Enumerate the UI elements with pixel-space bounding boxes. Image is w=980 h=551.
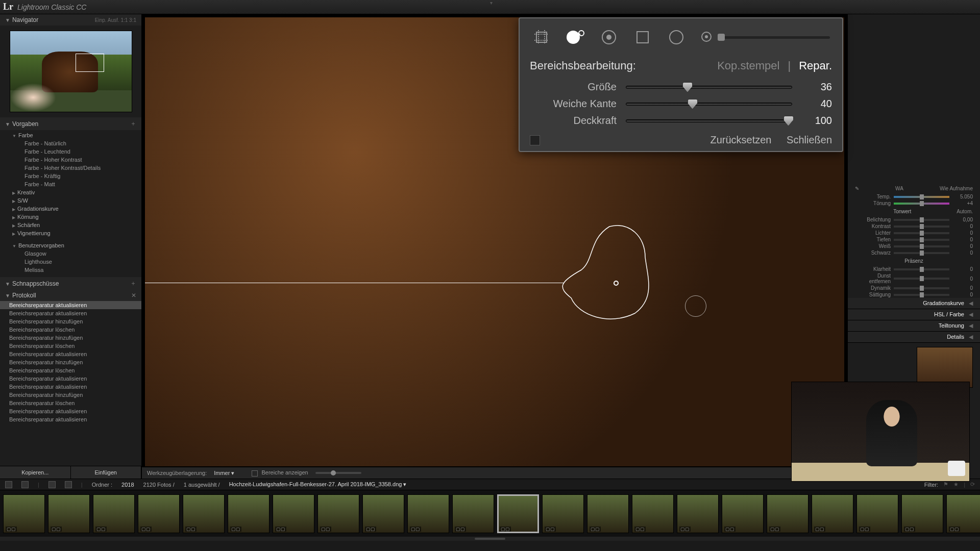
history-item[interactable]: Bereichsreparatur aktualisieren [0, 407, 141, 415]
history-item[interactable]: Bereichsreparatur löschen [0, 366, 141, 374]
filter-flag-icon[interactable]: ⚑ [943, 481, 948, 488]
history-item[interactable]: Bereichsreparatur hinzufügen [0, 334, 141, 342]
basic-slider[interactable] [894, 196, 949, 198]
filmstrip-thumb[interactable]: ▢▢ [3, 494, 45, 533]
filmstrip-thumb[interactable]: ▢▢ [856, 494, 898, 533]
filmstrip-thumb[interactable]: ▢▢ [542, 494, 584, 533]
preset-group[interactable]: ▶Vignettierung [12, 229, 141, 237]
filmstrip-thumb[interactable]: ▢▢ [317, 494, 359, 533]
right-section-header[interactable]: Details ◀ [848, 332, 980, 343]
basic-value[interactable]: 5.050 [952, 194, 973, 199]
filmstrip-thumb[interactable]: ▢▢ [677, 494, 719, 533]
slider-track[interactable] [626, 103, 792, 106]
history-item[interactable]: Bereichsreparatur aktualisieren [0, 301, 141, 309]
filmstrip[interactable]: ▢▢▢▢▢▢▢▢▢▢▢▢▢▢▢▢▢▢▢▢▢▢▢▢▢▢▢▢▢▢▢▢▢▢▢▢▢▢▢▢… [0, 490, 980, 537]
slider-value[interactable]: 100 [801, 115, 832, 127]
basic-value[interactable]: +4 [952, 201, 973, 206]
preset-item[interactable]: Lighthouse [12, 258, 141, 266]
spot-outline[interactable] [553, 221, 686, 334]
basic-value[interactable]: 0 [952, 292, 973, 297]
basic-slider[interactable] [894, 219, 949, 221]
navigator-frame[interactable] [76, 54, 104, 72]
basic-value[interactable]: 0 [952, 276, 973, 282]
grid-view-icon[interactable] [5, 481, 12, 488]
filmstrip-thumb[interactable]: ▢▢ [587, 494, 629, 533]
filter-lock-icon[interactable]: ⟳ [970, 481, 975, 488]
filmstrip-thumb[interactable]: ▢▢ [767, 494, 808, 533]
history-item[interactable]: Bereichsreparatur aktualisieren [0, 374, 141, 383]
folder-name[interactable]: 2018 [121, 482, 134, 488]
secondary-display-icon[interactable] [48, 481, 56, 488]
slider-value[interactable]: 40 [801, 98, 832, 110]
loupe-view-icon[interactable] [21, 481, 29, 488]
graduated-filter-tool-icon[interactable] [633, 28, 652, 47]
add-preset-icon[interactable]: ＋ [130, 119, 136, 128]
filmstrip-thumb[interactable]: ▢▢ [407, 494, 449, 533]
basic-value[interactable]: 0,00 [952, 217, 973, 222]
auto-button[interactable]: Autom. [957, 209, 973, 214]
filmstrip-thumb[interactable]: ▢▢ [452, 494, 494, 533]
preset-item[interactable]: Farbe - Hoher Kontrast [12, 156, 141, 164]
basic-slider[interactable] [894, 287, 949, 289]
radial-filter-tool-icon[interactable] [667, 28, 686, 47]
reset-button[interactable]: Zurücksetzen [710, 134, 771, 145]
snapshots-header[interactable]: ▼Schnappschüsse ＋ [0, 277, 141, 290]
preset-item[interactable]: Farbe - Kräftig [12, 172, 141, 180]
filmstrip-thumb[interactable]: ▢▢ [48, 494, 90, 533]
preset-group[interactable]: ▶Kreativ [12, 188, 141, 196]
right-section-header[interactable]: Gradationskurve ◀ [848, 298, 980, 309]
preset-item[interactable]: Melissa [12, 266, 141, 274]
overlay-value-dropdown[interactable]: Immer ▾ [214, 470, 234, 477]
preset-group[interactable]: ▶Schärfen [12, 221, 141, 229]
filter-star-icon[interactable]: ★ [953, 481, 959, 488]
history-item[interactable]: Bereichsreparatur aktualisieren [0, 350, 141, 358]
preset-item[interactable]: Farbe - Matt [12, 180, 141, 188]
history-item[interactable]: Bereichsreparatur löschen [0, 342, 141, 350]
filmstrip-grip[interactable] [0, 537, 980, 541]
navigator-thumbnail[interactable] [10, 31, 132, 112]
wa-value-dropdown[interactable]: Wie Aufnahme [940, 186, 973, 191]
basic-slider[interactable] [894, 252, 949, 254]
filmstrip-thumb[interactable]: ▢▢ [946, 494, 980, 533]
filmstrip-thumb[interactable]: ▢▢ [362, 494, 404, 533]
preset-item[interactable]: Farbe - Natürlich [12, 139, 141, 147]
basic-value[interactable]: 0 [952, 223, 973, 229]
slider-track[interactable] [626, 119, 792, 122]
history-header[interactable]: ▼Protokoll ✕ [0, 290, 141, 301]
right-section-header[interactable]: HSL / Farbe ◀ [848, 309, 980, 320]
filmstrip-thumb[interactable]: ▢▢ [901, 494, 943, 533]
filename-breadcrumb[interactable]: Hochzeit-Ludwigshafen-Full-Benkesser-27.… [229, 481, 407, 488]
filmstrip-thumb[interactable]: ▢▢ [273, 494, 314, 533]
filmstrip-thumb[interactable]: ▢▢ [497, 494, 539, 533]
filmstrip-thumb[interactable]: ▢▢ [632, 494, 674, 533]
compare-view-icon[interactable] [65, 481, 72, 488]
basic-value[interactable]: 0 [952, 237, 973, 242]
add-snapshot-icon[interactable]: ＋ [130, 279, 136, 288]
basic-slider[interactable] [894, 232, 949, 234]
filmstrip-thumb[interactable]: ▢▢ [93, 494, 135, 533]
history-item[interactable]: Bereichsreparatur aktualisieren [0, 383, 141, 391]
basic-slider[interactable] [894, 203, 949, 205]
paste-button[interactable]: Einfügen [71, 466, 142, 479]
heal-mode-button[interactable]: Repar. [799, 59, 832, 72]
clone-mode-button[interactable]: Kop.stempel [717, 59, 779, 72]
basic-slider[interactable] [894, 278, 949, 280]
tool-toggle-checkbox[interactable] [530, 135, 540, 145]
filmstrip-thumb[interactable]: ▢▢ [722, 494, 764, 533]
history-item[interactable]: Bereichsreparatur aktualisieren [0, 309, 141, 317]
adjustment-brush-tool-icon[interactable] [700, 28, 830, 47]
preset-item[interactable]: Glasgow [12, 249, 141, 258]
spot-removal-tool-icon[interactable] [566, 28, 585, 47]
filmstrip-thumb[interactable]: ▢▢ [228, 494, 270, 533]
basic-slider[interactable] [894, 294, 949, 296]
clear-history-icon[interactable]: ✕ [131, 292, 136, 299]
redeye-tool-icon[interactable] [599, 28, 619, 47]
presets-header[interactable]: ▼Vorgaben ＋ [0, 117, 141, 130]
basic-value[interactable]: 0 [952, 250, 973, 256]
right-section-header[interactable]: Teiltonung ◀ [848, 320, 980, 332]
history-item[interactable]: Bereichsreparatur aktualisieren [0, 415, 141, 423]
preset-group[interactable]: ▶Gradationskurve [12, 205, 141, 213]
basic-value[interactable]: 0 [952, 243, 973, 249]
basic-value[interactable]: 0 [952, 285, 973, 291]
filmstrip-thumb[interactable]: ▢▢ [183, 494, 225, 533]
